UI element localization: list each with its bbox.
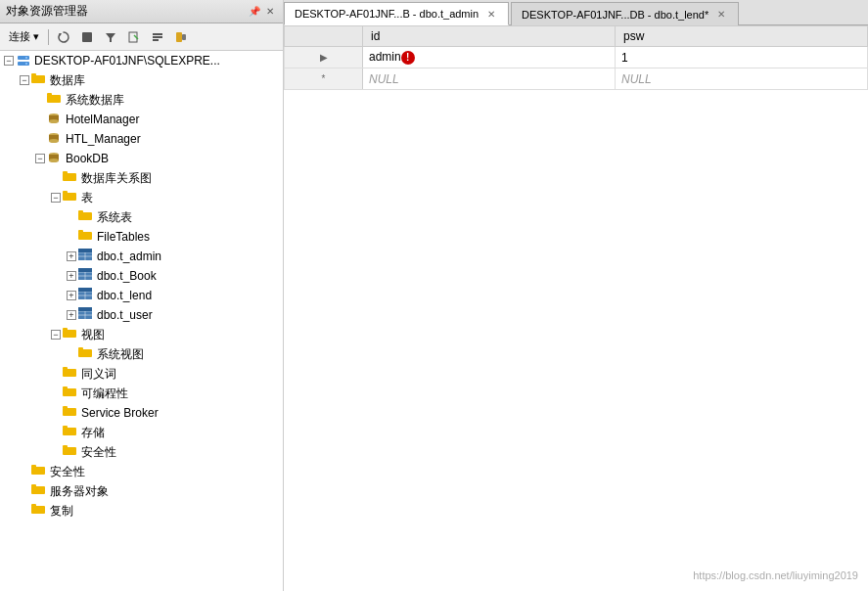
refresh-button[interactable]	[53, 26, 74, 48]
svg-rect-57	[78, 349, 92, 357]
svg-rect-61	[63, 388, 76, 396]
sync-button[interactable]	[170, 26, 192, 48]
svg-rect-7	[153, 39, 159, 41]
explorer-toolbar: 连接 ▾	[0, 23, 283, 51]
svg-rect-74	[31, 504, 36, 507]
svg-rect-62	[63, 386, 68, 389]
tree-item-t-lend[interactable]: +dbo.t_lend	[0, 286, 283, 305]
collapse-icon[interactable]: −	[4, 56, 14, 66]
tree-item-replication[interactable]: +复制	[0, 501, 283, 521]
stop-button[interactable]	[76, 26, 98, 48]
expand-icon[interactable]: +	[67, 310, 76, 320]
tree-item-label: 系统表	[97, 209, 132, 226]
tree-item-label: 视图	[81, 327, 105, 343]
tab-tab1[interactable]: DESKTOP-AF01JNF...B - dbo.t_admin✕	[284, 2, 509, 25]
svg-rect-54	[78, 307, 92, 311]
tree-item-label: 安全性	[50, 464, 85, 480]
folder-icon	[47, 92, 63, 108]
grid-area[interactable]: id psw ▶admin!1*NULLNULL	[284, 25, 868, 591]
tree-item-t-user[interactable]: +dbo.t_user	[0, 305, 283, 325]
tree-item-views[interactable]: −视图	[0, 325, 283, 344]
collapse-icon[interactable]: −	[51, 193, 61, 203]
tree-item-label: Service Broker	[81, 406, 159, 420]
tree-item-sys-views[interactable]: +系统视图	[0, 344, 283, 364]
svg-rect-14	[31, 75, 45, 83]
expand-icon[interactable]: +	[67, 271, 76, 281]
pin-btn[interactable]: 📌	[248, 5, 261, 19]
new-item-button[interactable]	[123, 26, 145, 48]
svg-marker-2	[106, 33, 115, 42]
tree-item-t-book[interactable]: +dbo.t_Book	[0, 266, 283, 286]
tree-item-system-db[interactable]: +系统数据库	[0, 90, 283, 110]
grid-col-psw: psw	[616, 26, 868, 47]
panel-header: 对象资源管理器 📌 ✕	[0, 0, 283, 23]
tree-item-t-admin[interactable]: +dbo.t_admin	[0, 247, 283, 266]
svg-rect-67	[63, 447, 76, 455]
tree-item-server[interactable]: −DESKTOP-AF01JNF\SQLEXPRE...	[0, 51, 283, 70]
svg-rect-71	[31, 486, 45, 494]
tree-item-label: dbo.t_lend	[97, 289, 152, 302]
stop-icon	[81, 31, 93, 43]
panel-controls: 📌 ✕	[248, 5, 277, 19]
tree-item-hotelmanager[interactable]: +HotelManager	[0, 110, 283, 129]
tree-item-sys-tables[interactable]: +系统表	[0, 207, 283, 227]
connect-button[interactable]: 连接 ▾	[4, 26, 44, 48]
folder-icon	[78, 229, 94, 245]
tree-item-label: 存储	[81, 425, 105, 441]
svg-rect-72	[31, 484, 36, 487]
expand-icon[interactable]: +	[67, 291, 76, 300]
tree-item-label: HTL_Manager	[66, 132, 141, 146]
tree-item-synonyms[interactable]: +同义词	[0, 364, 283, 384]
tree-item-label: 复制	[50, 503, 73, 520]
tab-bar: DESKTOP-AF01JNF...B - dbo.t_admin✕DESKTO…	[284, 0, 868, 25]
tree-item-security[interactable]: +安全性	[0, 442, 283, 462]
properties-button[interactable]	[147, 26, 168, 48]
error-badge: !	[401, 51, 415, 65]
grid-cell-id[interactable]: admin!	[363, 47, 616, 68]
object-explorer-panel: 对象资源管理器 📌 ✕ 连接 ▾	[0, 0, 284, 591]
tree-item-tables[interactable]: −表	[0, 188, 283, 207]
collapse-icon[interactable]: −	[20, 75, 29, 85]
refresh-icon	[57, 30, 70, 44]
folder-icon	[78, 346, 94, 362]
svg-rect-66	[63, 426, 68, 429]
tab-close-button[interactable]: ✕	[714, 8, 728, 22]
folder-icon	[63, 444, 78, 460]
grid-cell-psw[interactable]: 1	[616, 47, 868, 68]
tab-close-button[interactable]: ✕	[484, 7, 498, 21]
svg-rect-33	[78, 232, 92, 240]
grid-col-indicator	[285, 26, 363, 47]
svg-rect-10	[18, 56, 29, 60]
expand-icon[interactable]: +	[67, 251, 76, 261]
close-panel-btn[interactable]: ✕	[263, 5, 277, 19]
tab-tab2[interactable]: DESKTOP-AF01JNF...DB - dbo.t_lend*✕	[511, 2, 739, 25]
filter-button[interactable]	[100, 26, 121, 48]
svg-rect-73	[31, 506, 45, 514]
cell-value-id: admin	[369, 50, 401, 64]
tree-item-label: 数据库关系图	[81, 170, 152, 187]
svg-rect-11	[18, 62, 29, 66]
tree-item-htl-manager[interactable]: +HTL_Manager	[0, 129, 283, 149]
tree-item-filetables[interactable]: +FileTables	[0, 227, 283, 247]
tree-item-programmability[interactable]: +可编程性	[0, 384, 283, 403]
tree-item-bookdb[interactable]: −BookDB	[0, 149, 283, 168]
tree-item-server-obj[interactable]: +服务器对象	[0, 481, 283, 501]
tree-item-label: dbo.t_Book	[97, 269, 157, 283]
tree-item-storage[interactable]: +存储	[0, 423, 283, 442]
grid-cell-psw[interactable]: NULL	[616, 68, 868, 90]
tree-view[interactable]: −DESKTOP-AF01JNF\SQLEXPRE...−数据库+系统数据库+H…	[0, 51, 283, 591]
svg-rect-55	[63, 330, 76, 338]
folder-icon	[63, 405, 78, 421]
collapse-icon[interactable]: −	[51, 330, 61, 340]
null-value: NULL	[621, 72, 652, 86]
tree-item-diagrams[interactable]: +数据库关系图	[0, 168, 283, 188]
tree-item-service-broker[interactable]: +Service Broker	[0, 403, 283, 423]
svg-rect-49	[78, 288, 92, 292]
svg-rect-64	[63, 406, 68, 409]
tree-item-label: 同义词	[81, 366, 116, 383]
grid-cell-id[interactable]: NULL	[363, 68, 616, 90]
collapse-icon[interactable]: −	[35, 154, 45, 163]
tree-item-databases[interactable]: −数据库	[0, 70, 283, 90]
sync-icon	[174, 30, 188, 44]
tree-item-security2[interactable]: +安全性	[0, 462, 283, 481]
